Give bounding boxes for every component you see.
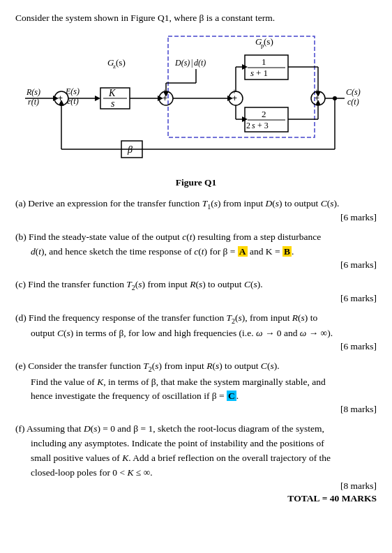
diagram-container: G p (s) G z (s) D(s) | d(t) R(s) r(t) E(…	[15, 31, 377, 194]
question-c-text: (c) Find the transfer function T2(s) fro…	[15, 278, 377, 293]
question-f-marks: [8 marks]	[15, 480, 377, 492]
highlight-A: A	[238, 246, 248, 257]
question-a-text: (a) Derive an expression for the transfe…	[15, 197, 377, 212]
svg-text:+: +	[315, 88, 319, 96]
question-e-marks: [8 marks]	[15, 404, 377, 415]
question-e-text1: (e) Consider the transfer function T2(s)…	[15, 359, 377, 374]
question-f-text4: closed-loop poles for 0 < K ≤ ∞.	[31, 466, 377, 480]
svg-text:s: s	[252, 121, 255, 130]
question-b-text2: d(t), and hence sketch the time response…	[31, 245, 377, 259]
svg-text:s: s	[111, 98, 115, 109]
question-f: (f) Assuming that D(s) = 0 and β = 1, sk…	[15, 422, 377, 504]
svg-marker-22	[95, 96, 100, 101]
highlight-B: B	[282, 246, 292, 257]
figure-label: Figure Q1	[176, 177, 217, 188]
question-f-text1: (f) Assuming that D(s) = 0 and β = 1, sk…	[15, 422, 377, 437]
svg-text:K: K	[108, 88, 116, 98]
svg-text:|: |	[191, 58, 193, 68]
svg-text:β: β	[127, 144, 133, 155]
question-b-marks: [6 marks]	[15, 259, 377, 271]
question-f-text3: small positive values of K. Add a brief …	[31, 451, 377, 466]
question-d-text1: (d) Find the frequency response of the t…	[15, 311, 377, 326]
question-f-text2: including any asymptotes. Indicate the p…	[31, 437, 377, 451]
svg-point-74	[333, 96, 337, 100]
svg-text:s: s	[250, 68, 254, 78]
question-d-text2: output C(s) in terms of β, for low and h…	[31, 326, 377, 341]
svg-text:(s): (s)	[264, 36, 273, 47]
svg-text:R(s): R(s)	[26, 87, 40, 97]
question-c-marks: [6 marks]	[15, 293, 377, 304]
intro-text: Consider the system shown in Figure Q1, …	[15, 13, 377, 24]
svg-rect-0	[168, 36, 315, 137]
svg-text:(s): (s)	[116, 57, 126, 68]
question-c: (c) Find the transfer function T2(s) fro…	[15, 278, 377, 304]
question-e-text3: hence investigate the frequency of oscil…	[31, 389, 377, 404]
question-e: (e) Consider the transfer function T2(s)…	[15, 359, 377, 415]
question-d-marks: [6 marks]	[15, 341, 377, 352]
total-marks: TOTAL = 40 MARKS	[15, 493, 377, 504]
svg-text:2: 2	[246, 121, 250, 130]
svg-text:2: 2	[262, 109, 266, 119]
svg-text:D(s): D(s)	[174, 58, 190, 68]
svg-text:1: 1	[262, 56, 266, 67]
question-a: (a) Derive an expression for the transfe…	[15, 197, 377, 223]
question-e-text2: Find the value of K, in terms of β, that…	[31, 375, 377, 390]
highlight-C: C	[227, 391, 236, 401]
questions-section: (a) Derive an expression for the transfe…	[15, 197, 377, 504]
svg-text:C(s): C(s)	[346, 87, 361, 97]
question-a-marks: [6 marks]	[15, 212, 377, 223]
question-d: (d) Find the frequency response of the t…	[15, 311, 377, 352]
svg-text:d(t): d(t)	[194, 58, 206, 68]
question-b-text: (b) Find the steady-state value of the o…	[15, 230, 377, 245]
svg-text:+ 3: + 3	[257, 121, 269, 130]
question-b: (b) Find the steady-state value of the o…	[15, 230, 377, 271]
block-diagram: G p (s) G z (s) D(s) | d(t) R(s) r(t) E(…	[18, 31, 374, 177]
svg-text:c(t): c(t)	[347, 97, 359, 107]
svg-text:+ 1: + 1	[256, 68, 268, 78]
